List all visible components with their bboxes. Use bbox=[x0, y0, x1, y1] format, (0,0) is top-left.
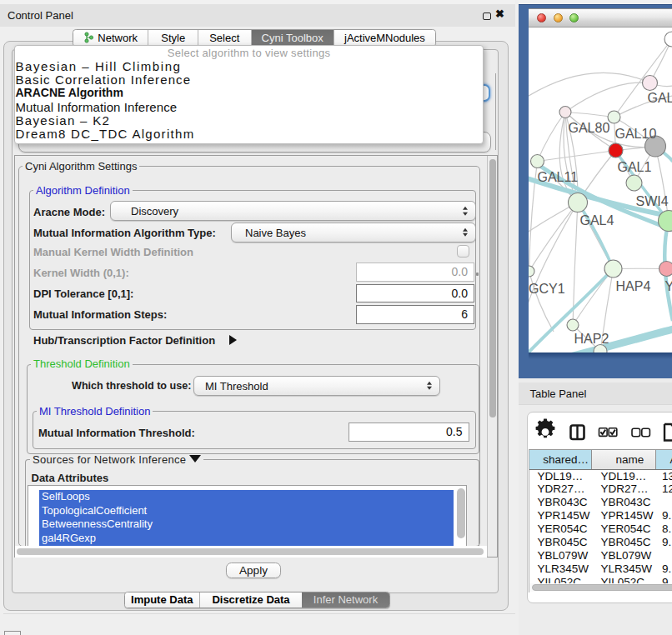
svg-text:HAP2: HAP2 bbox=[574, 332, 609, 346]
svg-text:SWI4: SWI4 bbox=[635, 193, 668, 208]
svg-text:GCY1: GCY1 bbox=[529, 282, 565, 296]
svg-text:GAL80: GAL80 bbox=[568, 120, 609, 134]
svg-text:GAL11: GAL11 bbox=[537, 170, 578, 184]
svg-text:GAL10: GAL10 bbox=[614, 127, 656, 141]
svg-text:GAL4: GAL4 bbox=[579, 213, 614, 228]
svg-text:Y: Y bbox=[664, 279, 672, 293]
svg-text:GAL1: GAL1 bbox=[617, 160, 651, 174]
svg-text:HAP4: HAP4 bbox=[615, 279, 650, 293]
svg-text:GAL7: GAL7 bbox=[647, 90, 672, 104]
